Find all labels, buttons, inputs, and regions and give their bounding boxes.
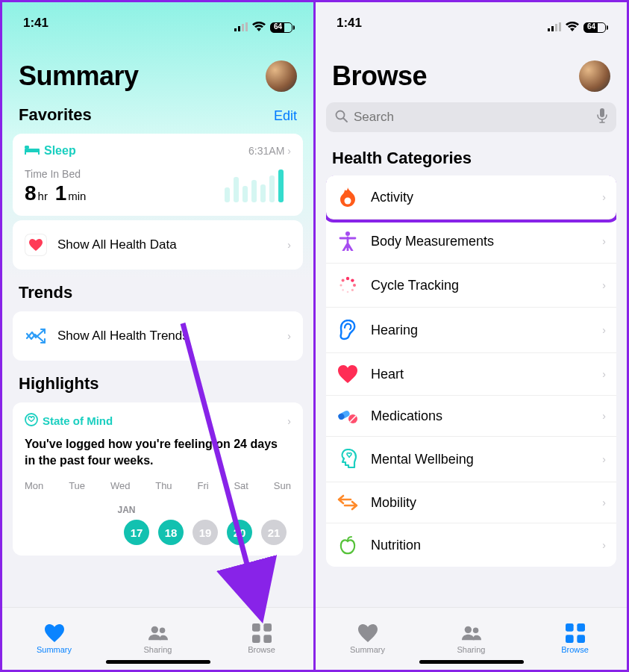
home-indicator: [419, 660, 524, 664]
chevron-right-icon: ›: [287, 145, 291, 157]
battery-icon: 64: [270, 22, 292, 33]
tab-summary[interactable]: Summary: [2, 608, 106, 670]
heart-icon: [45, 623, 64, 643]
chevron-right-icon: ›: [602, 368, 606, 380]
clock: 1:41: [337, 16, 362, 40]
date-chip: 19: [193, 520, 218, 545]
avatar[interactable]: [579, 60, 610, 92]
header: Summary: [2, 40, 313, 101]
trends-label: Trends: [19, 283, 72, 302]
date-chip: 17: [124, 520, 149, 545]
chevron-right-icon: ›: [602, 324, 606, 336]
category-heart[interactable]: Heart ›: [326, 353, 616, 396]
brain-icon: [25, 413, 38, 429]
category-mental-wellbeing[interactable]: Mental Wellbeing ›: [326, 437, 616, 482]
favorites-header: Favorites Edit: [2, 101, 313, 129]
date-chip: 20: [227, 520, 252, 545]
pills-icon: [337, 408, 359, 424]
show-all-trends[interactable]: Show All Health Trends ›: [13, 311, 303, 361]
category-label: Mental Wellbeing: [371, 452, 590, 467]
svg-rect-14: [263, 635, 272, 643]
browse-screen: 1:41 64 Browse Health Categories: [316, 2, 627, 670]
category-mobility[interactable]: Mobility ›: [326, 482, 616, 523]
svg-point-26: [351, 279, 354, 281]
svg-rect-6: [25, 152, 26, 155]
edit-button[interactable]: Edit: [274, 108, 297, 124]
search-bar[interactable]: [326, 102, 616, 132]
chevron-right-icon: ›: [602, 539, 606, 551]
chevron-right-icon: ›: [602, 279, 606, 291]
microphone-icon[interactable]: [597, 108, 607, 127]
people-icon: [148, 623, 168, 643]
svg-point-37: [464, 626, 471, 633]
clock: 1:41: [23, 16, 48, 40]
status-bar: 1:41 64: [2, 2, 313, 40]
category-label: Nutrition: [371, 538, 590, 553]
status-bar: 1:41 64: [316, 2, 627, 40]
heart-icon: [25, 234, 47, 256]
svg-point-9: [151, 626, 157, 633]
svg-point-30: [342, 289, 344, 291]
dates-row: 17 18 19 20 21: [25, 520, 291, 545]
tab-bar: Summary Sharing Browse: [316, 607, 627, 670]
svg-point-29: [347, 291, 349, 293]
show-all-label: Show All Health Data: [57, 237, 277, 252]
apple-icon: [337, 535, 359, 555]
favorites-label: Favorites: [19, 105, 92, 125]
category-hearing[interactable]: Hearing ›: [326, 308, 616, 353]
grid-icon: [252, 623, 272, 643]
svg-rect-42: [577, 635, 585, 643]
cell-signal-icon: [234, 20, 248, 35]
svg-line-21: [344, 118, 348, 122]
svg-rect-39: [566, 623, 574, 632]
summary-screen: 1:41 64 Summary Favorites Edit Sleep: [2, 2, 316, 670]
highlight-text: You've logged how you're feeling on 24 d…: [25, 436, 291, 468]
people-icon: [462, 623, 481, 643]
svg-point-31: [339, 284, 342, 286]
bed-icon: [25, 144, 40, 158]
som-label: State of Mind: [43, 414, 113, 427]
avatar[interactable]: [266, 60, 297, 92]
days-row: MonTueWed ThuFriSat Sun: [25, 480, 291, 491]
search-icon: [335, 110, 348, 125]
tab-summary[interactable]: Summary: [316, 608, 419, 670]
ear-icon: [337, 320, 359, 340]
search-input[interactable]: [354, 110, 591, 125]
svg-rect-3: [245, 22, 248, 31]
category-medications[interactable]: Medications ›: [326, 396, 616, 437]
flame-icon: [337, 187, 359, 207]
cell-signal-icon: [548, 20, 561, 35]
category-cycle-tracking[interactable]: Cycle Tracking ›: [326, 264, 616, 308]
trends-link-label: Show All Health Trends: [57, 329, 277, 343]
category-label: Heart: [371, 367, 590, 382]
category-label: Cycle Tracking: [371, 278, 590, 293]
category-nutrition[interactable]: Nutrition ›: [326, 523, 616, 567]
svg-point-23: [345, 198, 351, 205]
tab-browse[interactable]: Browse: [523, 608, 627, 670]
state-of-mind-card[interactable]: State of Mind › You've logged how you're…: [13, 402, 303, 556]
svg-point-27: [353, 284, 356, 287]
chevron-right-icon: ›: [287, 415, 291, 427]
svg-rect-0: [234, 28, 237, 31]
page-title: Summary: [19, 60, 139, 92]
svg-rect-41: [566, 635, 574, 643]
brain-head-icon: [337, 449, 359, 470]
show-all-health-data[interactable]: Show All Health Data ›: [13, 220, 303, 270]
tab-bar: Summary Sharing Browse: [2, 607, 313, 670]
category-label: Hearing: [371, 323, 590, 338]
svg-rect-13: [252, 635, 260, 643]
svg-point-20: [337, 111, 345, 119]
header: Browse: [316, 40, 627, 101]
sleep-card[interactable]: Sleep 6:31AM › Time In Bed 8hr 1min: [13, 134, 303, 216]
category-body-measurements[interactable]: Body Measurements ›: [326, 220, 616, 264]
arrows-icon: [337, 494, 359, 511]
highlights-label: Highlights: [19, 374, 99, 393]
svg-rect-5: [25, 146, 29, 149]
category-activity[interactable]: Activity ›: [326, 175, 616, 220]
month-label: JAN: [25, 505, 291, 515]
cycle-icon: [337, 276, 359, 295]
tab-browse[interactable]: Browse: [210, 608, 313, 670]
svg-rect-7: [38, 152, 40, 155]
date-chip: 18: [158, 520, 184, 545]
chevron-right-icon: ›: [287, 239, 291, 251]
